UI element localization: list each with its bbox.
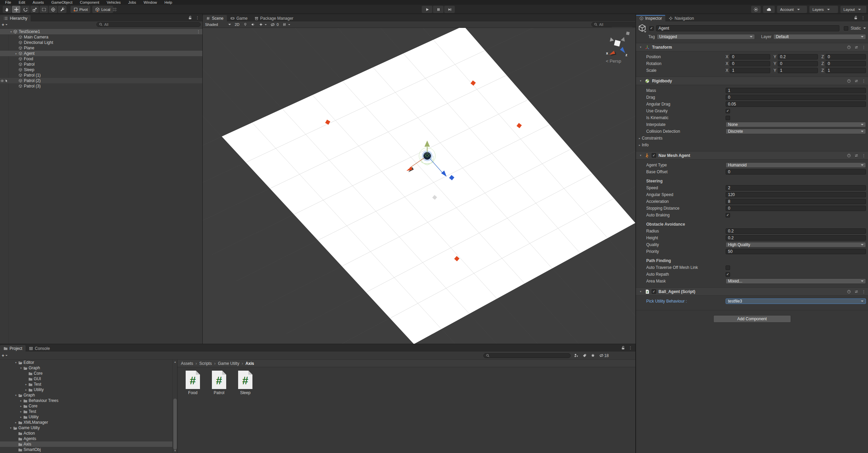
hierarchy-item-directional-light[interactable]: Directional Light <box>0 40 202 45</box>
project-folder-utility[interactable]: ▸Utility <box>0 414 172 420</box>
menu-edit[interactable]: Edit <box>15 0 29 5</box>
project-create-button[interactable]: + <box>2 353 7 358</box>
project-folder-behaviour-trees[interactable]: ▸Behaviour Trees <box>0 398 172 403</box>
axis-z-input[interactable]: 1 <box>825 68 866 73</box>
tab-game[interactable]: Game <box>227 15 251 21</box>
hierarchy-create-button[interactable]: + <box>2 22 7 27</box>
property-row-info[interactable]: ▸Info <box>636 142 868 148</box>
property-checkbox[interactable] <box>726 265 730 270</box>
2d-toggle-button[interactable]: 2D <box>235 22 239 27</box>
foldout-arrow[interactable]: ▾ <box>638 79 643 82</box>
pickability-toggle-icon[interactable] <box>4 79 8 83</box>
property-input[interactable]: 0.05 <box>726 101 866 107</box>
axis-y-input[interactable]: 0 <box>778 61 818 66</box>
project-folder-game-utilty[interactable]: ▾Game Utilty <box>0 425 172 431</box>
foldout-arrow[interactable]: ▾ <box>19 367 23 370</box>
hierarchy-search-input[interactable] <box>104 22 198 27</box>
project-folder-smartobj[interactable]: SmartObj <box>0 447 172 452</box>
favorites-icon[interactable] <box>591 353 595 358</box>
property-dropdown[interactable]: None <box>726 122 866 127</box>
cloud-services-button[interactable] <box>763 6 775 13</box>
foldout-arrow[interactable]: ▾ <box>638 154 643 157</box>
label-filter-icon[interactable] <box>583 354 587 358</box>
hidden-objects-button[interactable]: 0 <box>270 22 279 27</box>
grid-visibility-dropdown[interactable] <box>282 22 290 27</box>
property-checkbox[interactable] <box>726 116 730 120</box>
foldout-arrow[interactable]: ▾ <box>9 30 13 33</box>
project-folder-xmlmanager[interactable]: ▸XMLManager <box>0 420 172 425</box>
project-folder-axis[interactable]: Axis <box>0 441 172 447</box>
audio-toggle-icon[interactable] <box>251 22 255 27</box>
presets-icon[interactable] <box>854 153 858 158</box>
property-dropdown[interactable]: Humanoid <box>726 162 866 168</box>
property-checkbox[interactable] <box>726 272 730 277</box>
enable-checkbox[interactable] <box>652 289 656 294</box>
scene-more-icon[interactable]: ⋮ <box>197 30 200 33</box>
project-folder-core[interactable]: ▸Core <box>0 403 172 409</box>
type-filter-icon[interactable] <box>574 353 578 358</box>
component-more-icon[interactable]: ⋮ <box>862 46 866 49</box>
layer-dropdown[interactable]: Default <box>773 34 866 39</box>
menu-assets[interactable]: Assets <box>29 0 48 5</box>
hierarchy-item-main-camera[interactable]: Main Camera <box>0 34 202 40</box>
breadcrumb-axis[interactable]: Axis <box>245 361 254 366</box>
tab-project[interactable]: Project <box>0 345 26 352</box>
foldout-arrow[interactable]: ▸ <box>19 399 23 402</box>
project-folder-graph[interactable]: ▾Graph <box>0 365 172 371</box>
pivot-toggle-button[interactable]: Pivot <box>71 6 90 13</box>
foldout-arrow[interactable]: ▸ <box>24 383 28 386</box>
foldout-arrow[interactable]: ▾ <box>638 46 643 49</box>
project-search-box[interactable] <box>483 353 571 358</box>
component-more-icon[interactable]: ⋮ <box>862 290 866 293</box>
foldout-arrow[interactable]: ▾ <box>14 361 18 364</box>
project-folder-test[interactable]: ▸Test <box>0 382 172 387</box>
hand-tool-button[interactable] <box>3 6 11 13</box>
scene-viewport[interactable]: xz < Persp <box>203 28 635 344</box>
project-folder-agents[interactable]: Agents <box>0 436 172 441</box>
hierarchy-item-plane[interactable]: Plane <box>0 45 202 51</box>
axis-y-input[interactable]: 0.2 <box>778 54 818 60</box>
tab-scene[interactable]: Scene <box>203 15 227 21</box>
breadcrumb-game-utilty[interactable]: Game Utilty <box>218 361 239 366</box>
static-checkbox[interactable] <box>844 26 848 31</box>
property-input[interactable]: 0.2 <box>726 235 866 241</box>
menu-file[interactable]: File <box>1 0 15 5</box>
axis-x-input[interactable]: 0 <box>730 54 770 60</box>
active-checkbox[interactable] <box>649 26 654 31</box>
help-icon[interactable] <box>847 290 851 294</box>
hierarchy-item-agent[interactable]: ▸Agent <box>0 51 202 56</box>
project-folder-editor[interactable]: ▾Editor <box>0 360 172 365</box>
hierarchy-search-box[interactable] <box>96 22 201 27</box>
effects-dropdown[interactable] <box>259 22 267 27</box>
project-folder-graph[interactable]: ▾Graph <box>0 392 172 398</box>
foldout-arrow[interactable]: ▸ <box>19 405 23 408</box>
axis-y-input[interactable]: 1 <box>778 68 818 73</box>
property-input[interactable]: 120 <box>726 192 866 197</box>
axis-x-input[interactable]: 0 <box>730 61 770 66</box>
file-sleep[interactable]: #Sleep <box>237 371 253 395</box>
persp-label[interactable]: < Persp <box>593 59 634 64</box>
help-icon[interactable] <box>847 79 851 83</box>
property-input[interactable]: 8 <box>726 199 866 204</box>
component-more-icon[interactable]: ⋮ <box>862 79 866 83</box>
grid-snap-button[interactable] <box>110 6 119 13</box>
tab-package-manager[interactable]: Package Manager <box>251 15 297 21</box>
more-menu-icon[interactable]: ⋮ <box>196 16 199 19</box>
breadcrumb-assets[interactable]: Assets <box>181 361 193 366</box>
scroll-up-icon[interactable]: ▲ <box>173 360 177 363</box>
project-folder-test[interactable]: ▸Test <box>0 409 172 414</box>
scale-tool-button[interactable] <box>30 6 39 13</box>
property-input[interactable]: 2 <box>726 185 866 191</box>
agent-object[interactable] <box>424 152 431 160</box>
move-tool-button[interactable] <box>12 6 20 13</box>
tab-inspector[interactable]: Inspector <box>636 15 665 21</box>
lock-icon[interactable] <box>853 15 858 20</box>
project-folder-utility[interactable]: ▸Utility <box>0 387 172 392</box>
scrollbar-thumb[interactable] <box>173 399 177 450</box>
hierarchy-item-sleep[interactable]: Sleep <box>0 67 202 72</box>
property-checkbox[interactable] <box>726 213 730 217</box>
account-dropdown[interactable]: Account <box>777 6 807 13</box>
enable-checkbox[interactable] <box>652 153 656 158</box>
lock-icon[interactable] <box>621 345 625 350</box>
foldout-arrow[interactable]: ▸ <box>14 52 18 55</box>
